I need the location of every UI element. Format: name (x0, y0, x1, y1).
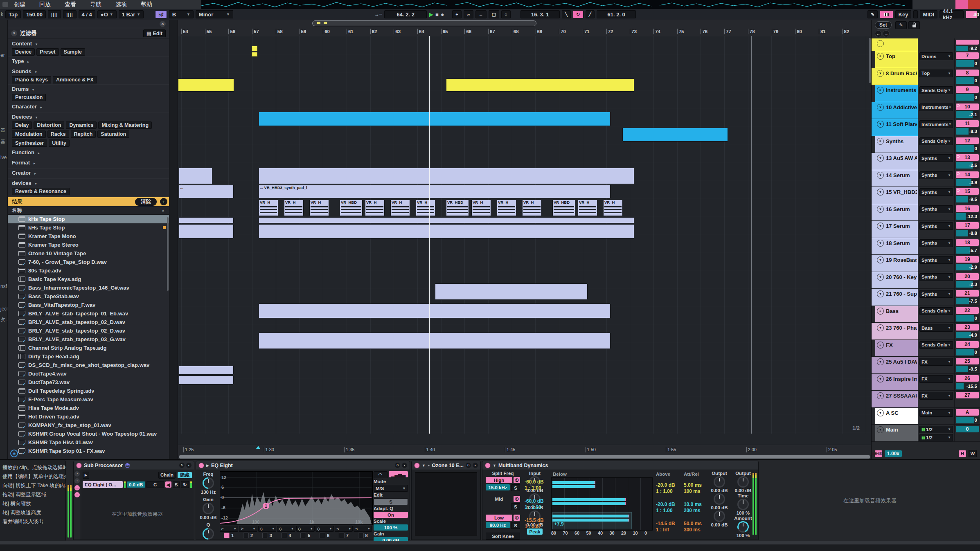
device-drop-area-empty[interactable]: 在这里加载音频效果器 (760, 460, 980, 542)
filter-group-header[interactable]: Devices ▾ (12, 114, 165, 120)
browser-list-item[interactable]: Bass_TapeStab.wav (8, 292, 169, 301)
device-on-button[interactable] (76, 463, 82, 468)
menu-item[interactable]: 导航 (90, 1, 101, 8)
output-gain-knob-high[interactable] (714, 476, 725, 488)
filter-tag[interactable]: Mixing & Mastering (98, 121, 152, 129)
track-height-button[interactable]: H (959, 450, 966, 457)
hot-swap-icon[interactable]: ↻ (466, 463, 471, 468)
band-activator-checkbox[interactable] (282, 533, 287, 538)
browser-list-item[interactable]: Channel Strip Analog Tape.adg (8, 344, 169, 352)
edit-channel-button[interactable]: S (374, 498, 408, 505)
browser-list-item[interactable]: 80s Tape.adv (8, 266, 169, 275)
eq-band[interactable]: ◇▼ 6 (315, 526, 334, 540)
draw-mode-button[interactable]: ✎ (867, 10, 878, 18)
browser-list-item[interactable]: kHs Tape Stop (8, 215, 169, 223)
filter-tag[interactable]: Modulation (12, 130, 46, 138)
audition-headphones-icon[interactable]: ◠ (374, 471, 387, 478)
browser-list-item[interactable]: kHs Tape Stop (8, 223, 169, 232)
fold-icon[interactable]: ▼ (493, 463, 496, 468)
amount-knob[interactable] (737, 521, 749, 533)
track-activator-button[interactable]: 0 (956, 426, 979, 432)
overview-zoom-region[interactable] (312, 20, 536, 26)
track-name-cell[interactable]: ≡ Top (875, 51, 918, 68)
track-activator-button[interactable]: 19 (956, 256, 979, 263)
device-multiband-dynamics[interactable]: ▼ Multiband Dynamics Split Freq High ① 1… (482, 461, 759, 540)
arrangement-clip[interactable]: VR_H (284, 200, 304, 216)
above-threshold-low[interactable]: -14.5 dB (656, 521, 681, 527)
filter-tag[interactable]: Percussion (12, 94, 46, 101)
browser-list-item[interactable]: KSHMR Tape Stop 01 - FX.wav (8, 447, 169, 455)
filter-tag[interactable]: Utility (49, 139, 70, 147)
track-name-cell[interactable]: ▼ 19 RoseBass (875, 255, 918, 272)
filter-group-header[interactable]: Character ▸ (12, 103, 165, 110)
hot-swap-icon[interactable]: ↻ (179, 463, 185, 468)
track-row[interactable]: ≡ Bass ▮▮ Sends Only▼ ▮▮ ▼ (872, 306, 980, 323)
high-band-button[interactable]: High (486, 477, 512, 483)
arrangement-clip[interactable] (251, 46, 258, 51)
track-fold-icon[interactable] (877, 40, 884, 47)
track-activator-button[interactable]: 13 (956, 154, 979, 161)
output-routing-menu[interactable]: ▮▮ Synths▼ (919, 205, 953, 213)
track-fold-icon[interactable]: ▼ (877, 121, 884, 128)
arrangement-clip[interactable] (259, 112, 611, 126)
follow-button[interactable]: →┄ (374, 11, 382, 17)
arrangement-clip[interactable] (446, 79, 634, 92)
arrangement-clip[interactable]: ... (179, 185, 234, 198)
device-title-bar[interactable]: ▼ Multiband Dynamics (482, 461, 758, 470)
arrangement-clip[interactable]: VR_H (309, 200, 329, 216)
menu-item[interactable]: 回放 (39, 1, 51, 8)
track-row[interactable]: ▼ 19 RoseBass ▮▮ Synths▼ ▮▮ ▼ (872, 255, 980, 272)
track-name-cell[interactable]: ≡ Synths (875, 136, 918, 153)
above-ratio-high[interactable]: 1 : 1.00 (656, 488, 681, 495)
low-split-freq-field[interactable]: 90.0 Hz (486, 522, 510, 528)
track-row[interactable]: ▼ 27 SSSAAAUU ▮▮ FX▼ ▮▮ ▼ (872, 391, 980, 408)
band-activator-checkbox[interactable] (243, 533, 249, 538)
arrangement-clip[interactable]: VR_H (578, 200, 597, 216)
filter-type-menu[interactable]: ≻▼ (239, 526, 257, 532)
filter-group-header[interactable]: Content ▾ (12, 40, 165, 47)
output-routing-menu[interactable]: ▮▮ Synths▼ (919, 273, 953, 281)
eq-band[interactable]: ◇▼ 4 (277, 526, 295, 540)
tap-tempo-button[interactable]: Tap (5, 10, 21, 18)
below-ratio-low[interactable]: 1 : 2.67 (525, 524, 550, 530)
track-activator-button[interactable]: 20 (956, 273, 979, 280)
filter-tag[interactable]: Synthesizer (12, 139, 47, 147)
track-fold-icon[interactable]: ▼ (877, 324, 884, 331)
track-fold-icon[interactable]: ▼ (877, 376, 884, 382)
filter-group-header[interactable]: devices ▾ (12, 180, 165, 186)
track-volume-field[interactable]: -2.5 (956, 162, 979, 169)
output-routing-menu[interactable]: ▮▮ Main▼ (919, 409, 953, 417)
track-name-cell[interactable]: ≡ Bass (875, 306, 918, 323)
eq-spectrum-display[interactable]: 1 12 6 0 -6 -12 100 1k 10k (220, 471, 373, 525)
plugin-edit-wrench-icon[interactable] (428, 463, 430, 468)
output-routing-menu[interactable]: ▮▮ Drums▼ (919, 52, 953, 60)
filter-group-header[interactable]: Creator ▸ (12, 170, 165, 176)
track-volume-field[interactable]: 0 (956, 315, 979, 322)
arrangement-clip[interactable] (178, 79, 234, 92)
browser-list-item[interactable]: Ozone 10 Vintage Tape (8, 249, 169, 258)
track-volume-field[interactable]: 0 (956, 94, 979, 101)
track-volume-field[interactable]: -2.3 (956, 281, 979, 288)
track-activator-button[interactable]: 8 (956, 70, 979, 76)
release-mid[interactable]: 200 ms (684, 508, 707, 514)
track-fold-icon[interactable]: ≡ (877, 308, 884, 315)
beat-time-ruler[interactable]: 5455565758596061626364656667686970717273… (178, 27, 871, 36)
device-on-button[interactable] (485, 463, 491, 468)
track-activator-button[interactable]: 22 (956, 307, 979, 314)
filter-type-menu[interactable]: ⌐▼ (220, 526, 238, 532)
arrangement-clip[interactable] (251, 52, 258, 57)
track-row[interactable]: ▼ 21 760 - Super ▮▮ Synths▼ ▮▮ ▼ (872, 289, 980, 306)
mid-solo-button[interactable]: S (511, 503, 520, 510)
track-activator-button[interactable]: 24 (956, 341, 979, 348)
arrangement-clip[interactable]: VR_H (259, 200, 278, 216)
browser-list-item[interactable]: Bass_InharmonicTapestop_146_G#.wav (8, 283, 169, 292)
auto-select-icon[interactable]: ▸ (83, 472, 89, 479)
chain-name[interactable]: EQ Eight | O... (83, 481, 123, 488)
track-fold-icon[interactable]: ▼ (877, 172, 884, 179)
stop-button[interactable]: ■ (435, 11, 439, 18)
eq-band[interactable]: ⌐▼ 1 (220, 526, 238, 540)
attack-low[interactable]: 50.0 ms (684, 521, 707, 527)
pencil-icon[interactable]: ✎ (895, 21, 907, 29)
output-routing-menu[interactable]: ▮▮ 1/2▼ (919, 426, 953, 433)
attack-high[interactable]: 5.00 ms (684, 482, 707, 488)
